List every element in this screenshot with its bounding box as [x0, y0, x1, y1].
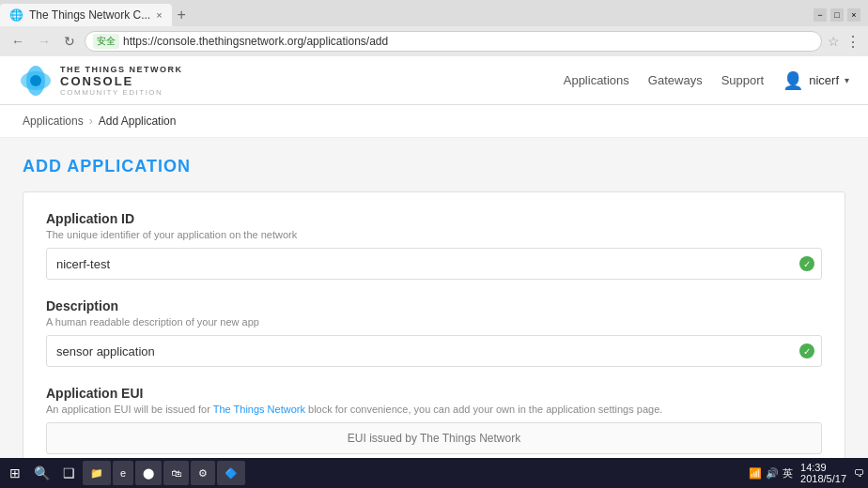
- address-box[interactable]: 安全 https://console.thethingsnetwork.org/…: [85, 31, 822, 52]
- ttn-logo-icon: [19, 64, 53, 98]
- taskbar-app-blue[interactable]: 🔷: [217, 461, 245, 485]
- user-area[interactable]: 👤 nicerf ▾: [783, 70, 849, 91]
- taskbar-right: 📶 🔊 英 14:39 2018/5/17 🗨: [749, 462, 864, 484]
- eui-hint: An application EUI will be issued for Th…: [46, 404, 822, 415]
- description-group: Description A human readable description…: [46, 298, 822, 367]
- taskbar-chrome[interactable]: ⬤: [135, 461, 162, 485]
- eui-label: Application EUI: [46, 386, 822, 401]
- forward-button[interactable]: →: [34, 32, 54, 51]
- back-button[interactable]: ←: [8, 32, 28, 51]
- taskbar-file-explorer[interactable]: 📁: [83, 461, 111, 485]
- nav-gateways[interactable]: Gateways: [648, 73, 703, 87]
- active-tab[interactable]: 🌐 The Things Network C... ×: [0, 4, 172, 26]
- app-id-group: Application ID The unique identifier of …: [46, 211, 822, 280]
- logo-things: THE THINGS NETWORK: [60, 65, 183, 74]
- logo-area: THE THINGS NETWORK CONSOLE COMMUNITY EDI…: [19, 64, 183, 98]
- browser-menu-button[interactable]: ⋮: [845, 33, 860, 51]
- user-chevron-icon: ▾: [845, 75, 849, 85]
- svg-point-2: [30, 75, 41, 86]
- eui-hint-post: block for convenience, you can add your …: [305, 404, 662, 415]
- app-id-valid-icon: ✓: [799, 256, 814, 271]
- eui-input[interactable]: [46, 422, 822, 454]
- date-display: 2018/5/17: [800, 473, 846, 484]
- app-id-hint: The unique identifier of your applicatio…: [46, 229, 822, 240]
- logo-sub: COMMUNITY EDITION: [60, 88, 183, 97]
- taskbar-store[interactable]: 🛍: [163, 461, 189, 485]
- description-input-wrapper: ✓: [46, 335, 822, 367]
- description-input[interactable]: [46, 335, 822, 367]
- taskbar: ⊞ 🔍 ❑ 📁 e ⬤ 🛍 ⚙ 🔷 📶 🔊 英 14:39 2018/5/17: [0, 458, 868, 488]
- header-nav: Applications Gateways Support 👤 nicerf ▾: [564, 70, 849, 91]
- app-header: THE THINGS NETWORK CONSOLE COMMUNITY EDI…: [0, 56, 868, 105]
- username-label: nicerf: [809, 73, 839, 87]
- bookmark-button[interactable]: ☆: [828, 34, 840, 49]
- add-application-form: Application ID The unique identifier of …: [23, 191, 845, 488]
- tab-favicon: 🌐: [9, 8, 23, 22]
- ime-icon: 英: [783, 466, 793, 480]
- time-display: 14:39: [800, 462, 846, 473]
- breadcrumb-current: Add Application: [99, 114, 177, 128]
- volume-icon: 🔊: [766, 467, 779, 480]
- app-id-input-wrapper: ✓: [46, 248, 822, 280]
- system-tray: 📶 🔊 英: [749, 466, 793, 480]
- refresh-button[interactable]: ↻: [60, 32, 79, 51]
- logo-text: THE THINGS NETWORK CONSOLE COMMUNITY EDI…: [60, 65, 183, 97]
- browser-chrome: 🌐 The Things Network C... × + − □ × ← → …: [0, 0, 868, 56]
- description-label: Description: [46, 298, 822, 313]
- clock: 14:39 2018/5/17: [800, 462, 846, 484]
- main-content: ADD APPLICATION Application ID The uniqu…: [0, 138, 868, 488]
- address-bar: ← → ↻ 安全 https://console.thethingsnetwor…: [0, 26, 868, 56]
- blue-app-icon: 🔷: [225, 467, 238, 480]
- app-id-label: Application ID: [46, 211, 822, 226]
- page-title: ADD APPLICATION: [23, 157, 845, 176]
- eui-hint-link[interactable]: The Things Network: [213, 404, 305, 415]
- search-taskbar-button[interactable]: 🔍: [28, 462, 55, 484]
- logo-console: CONSOLE: [60, 74, 183, 88]
- edge-icon: e: [120, 467, 126, 479]
- minimize-button[interactable]: −: [814, 8, 827, 22]
- network-icon: 📶: [749, 467, 762, 480]
- new-tab-button[interactable]: +: [172, 7, 192, 23]
- eui-group: Application EUI An application EUI will …: [46, 386, 822, 454]
- tab-close-button[interactable]: ×: [156, 9, 162, 21]
- user-avatar-icon: 👤: [783, 70, 803, 91]
- tab-bar: 🌐 The Things Network C... × + − □ ×: [0, 0, 868, 26]
- address-text: https://console.thethingsnetwork.org/app…: [123, 35, 814, 48]
- description-valid-icon: ✓: [799, 343, 814, 358]
- eui-hint-pre: An application EUI will be issued for: [46, 404, 213, 415]
- maximize-button[interactable]: □: [830, 8, 844, 22]
- taskbar-settings[interactable]: ⚙: [191, 461, 215, 485]
- settings-icon: ⚙: [198, 467, 208, 480]
- description-hint: A human readable description of your new…: [46, 316, 822, 328]
- notification-icon[interactable]: 🗨: [854, 467, 864, 479]
- breadcrumb-separator: ›: [89, 114, 93, 128]
- taskbar-edge[interactable]: e: [113, 461, 133, 485]
- tab-title: The Things Network C...: [29, 8, 150, 22]
- secure-badge: 安全: [93, 34, 119, 49]
- app-id-input[interactable]: [46, 248, 822, 280]
- taskbar-left: ⊞ 🔍 ❑ 📁 e ⬤ 🛍 ⚙ 🔷: [4, 461, 245, 485]
- nav-support[interactable]: Support: [721, 73, 765, 87]
- chrome-icon: ⬤: [143, 467, 154, 480]
- task-view-button[interactable]: ❑: [57, 462, 81, 484]
- close-window-button[interactable]: ×: [847, 8, 860, 22]
- start-button[interactable]: ⊞: [4, 462, 26, 484]
- breadcrumb: Applications › Add Application: [0, 105, 868, 138]
- store-icon: 🛍: [171, 467, 181, 479]
- nav-applications[interactable]: Applications: [564, 73, 629, 87]
- breadcrumb-applications-link[interactable]: Applications: [23, 114, 84, 128]
- file-explorer-icon: 📁: [90, 467, 103, 480]
